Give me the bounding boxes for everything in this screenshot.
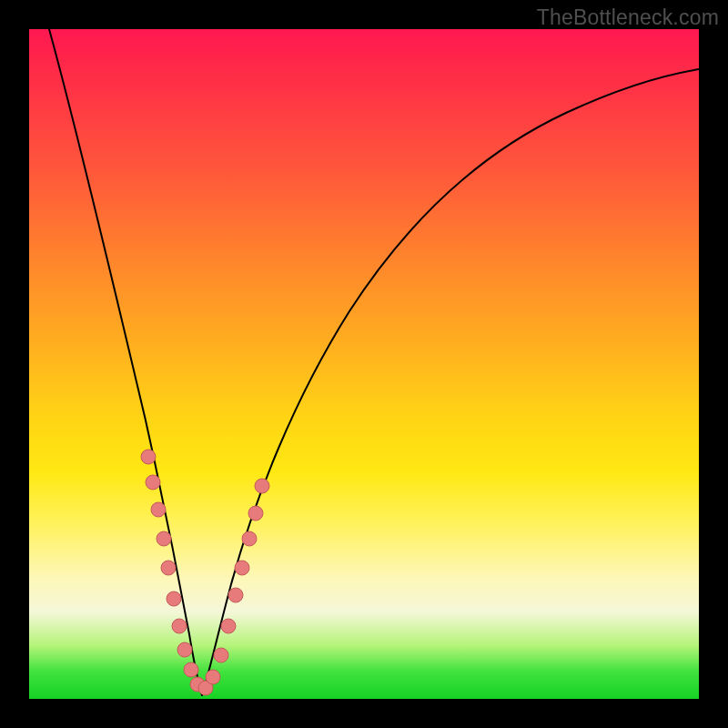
curve-right [202, 69, 699, 695]
svg-point-11 [206, 670, 220, 684]
svg-point-8 [184, 662, 198, 677]
svg-point-17 [248, 506, 263, 521]
svg-point-7 [177, 642, 192, 657]
svg-point-5 [167, 592, 181, 606]
svg-point-4 [161, 561, 176, 575]
svg-point-6 [172, 619, 187, 633]
svg-point-3 [157, 531, 171, 546]
svg-point-1 [146, 475, 160, 490]
chart-frame: TheBottleneck.com [0, 0, 728, 728]
svg-point-18 [255, 479, 269, 493]
watermark-text: TheBottleneck.com [537, 5, 719, 30]
svg-point-16 [242, 531, 257, 546]
svg-point-13 [221, 619, 236, 633]
svg-point-14 [228, 588, 243, 602]
svg-point-15 [235, 561, 249, 575]
curve-svg [29, 29, 699, 699]
svg-point-12 [214, 648, 228, 662]
svg-point-2 [151, 502, 166, 517]
plot-area [29, 29, 699, 699]
bottleneck-curve [49, 29, 699, 695]
svg-point-0 [141, 450, 156, 464]
